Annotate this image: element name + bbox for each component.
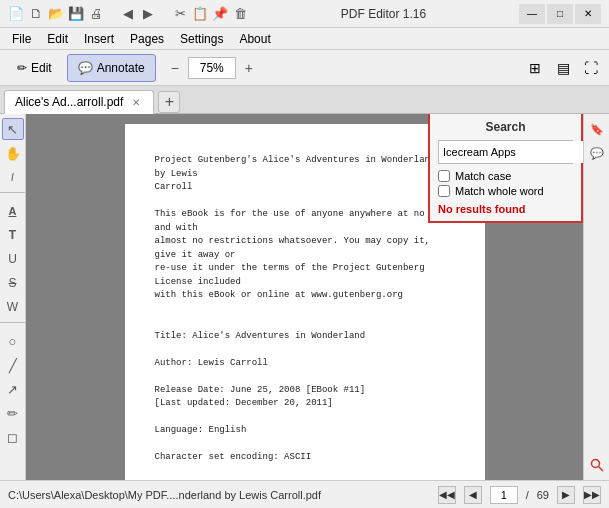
svg-line-3 [598,467,603,472]
app-title: PDF Editor 1.16 [248,7,519,21]
status-path: C:\Users\Alexa\Desktop\My PDF....nderlan… [8,489,430,501]
match-whole-word-option[interactable]: Match whole word [438,185,573,197]
menu-file[interactable]: File [4,28,39,50]
add-tab-button[interactable]: + [158,91,180,113]
search-input[interactable] [439,141,583,163]
svg-point-2 [591,460,599,468]
open-icon[interactable]: 📂 [48,6,64,22]
total-pages: 69 [537,489,549,501]
annotate-button[interactable]: 💬 Annotate [67,54,156,82]
panel-view-icon[interactable]: ▤ [551,56,575,80]
title-icons: 📄 🗋 📂 💾 🖨 ◀ ▶ ✂ 📋 📌 🗑 [8,6,248,22]
pdf-line [155,370,455,384]
arrow-tool[interactable]: ↗ [2,378,24,400]
menu-bar: File Edit Insert Pages Settings About [0,28,609,50]
match-whole-word-checkbox[interactable] [438,185,450,197]
fit-view-icon[interactable]: ⛶ [579,56,603,80]
strikethrough-tool[interactable]: S [2,272,24,294]
match-whole-word-label: Match whole word [455,185,544,197]
search-input-row: ✕ [438,140,573,164]
search-panel-title: Search [438,120,573,134]
match-case-label: Match case [455,170,511,182]
tab-bar: Alice's Ad...arroll.pdf ✕ + [0,86,609,114]
cursor-tool[interactable]: ↖ [2,118,24,140]
menu-pages[interactable]: Pages [122,28,172,50]
minimize-button[interactable]: — [519,4,545,24]
menu-edit[interactable]: Edit [39,28,76,50]
grid-view-icon[interactable]: ⊞ [523,56,547,80]
zoom-in-button[interactable]: + [238,57,260,79]
redo-icon[interactable]: ▶ [140,6,156,22]
main-area: ↖ ✋ I A T U S W ○ ╱ ↗ ✏ ◻ Project Gutenb… [0,114,609,480]
pdf-line [155,411,455,425]
tab-close-button[interactable]: ✕ [129,95,143,109]
text-select-tool[interactable]: I [2,166,24,188]
pdf-line: Character set encoding: ASCII [155,451,455,465]
pdf-tab[interactable]: Alice's Ad...arroll.pdf ✕ [4,90,154,114]
wave-tool[interactable]: W [2,296,24,318]
pdf-line: Project Gutenberg's Alice's Adventures i… [155,154,455,181]
undo-icon[interactable]: ◀ [120,6,136,22]
search-red-icon [590,458,604,472]
pdf-line: re-use it under the terms of the Project… [155,262,455,289]
app-icon: 📄 [8,6,24,22]
print-icon[interactable]: 🖨 [88,6,104,22]
new-icon[interactable]: 🗋 [28,6,44,22]
first-page-button[interactable]: ◀◀ [438,486,456,504]
menu-insert[interactable]: Insert [76,28,122,50]
annotate-icon: 💬 [78,61,93,75]
pdf-text: Project Gutenberg's Alice's Adventures i… [155,154,455,480]
zoom-out-button[interactable]: − [164,57,186,79]
window-controls: — □ ✕ [519,4,601,24]
comment-sidebar-icon[interactable]: 💬 [586,142,608,164]
pdf-line: Release Date: June 25, 2008 [EBook #11] [155,384,455,398]
right-sidebar: 🔖 💬 [583,114,609,480]
pdf-line [155,316,455,330]
pdf-line: This eBook is for the use of anyone anyw… [155,208,455,235]
maximize-button[interactable]: □ [547,4,573,24]
pdf-line: with this eBook or online at www.gutenbe… [155,289,455,303]
pencil-tool[interactable]: ✏ [2,402,24,424]
menu-settings[interactable]: Settings [172,28,231,50]
save-icon[interactable]: 💾 [68,6,84,22]
oval-tool[interactable]: ○ [2,330,24,352]
status-bar: C:\Users\Alexa\Desktop\My PDF....nderlan… [0,480,609,508]
page-separator: / [526,489,529,501]
pdf-line [155,438,455,452]
last-page-button[interactable]: ▶▶ [583,486,601,504]
next-page-button[interactable]: ▶ [557,486,575,504]
menu-about[interactable]: About [231,28,278,50]
title-bar: 📄 🗋 📂 💾 🖨 ◀ ▶ ✂ 📋 📌 🗑 PDF Editor 1.16 — … [0,0,609,28]
zoom-input[interactable] [188,57,236,79]
copy-icon[interactable]: 📋 [192,6,208,22]
no-results-text: No results found [438,203,573,215]
highlight-tool[interactable]: A [2,200,24,222]
pdf-line: Author: Lewis Carroll [155,357,455,371]
pdf-line: Carroll [155,181,455,195]
page-number-input[interactable] [490,486,518,504]
edit-button[interactable]: ✏ Edit [6,54,63,82]
close-button[interactable]: ✕ [575,4,601,24]
pdf-line: Title: Alice's Adventures in Wonderland [155,330,455,344]
type-tool-u[interactable]: U [2,248,24,270]
bookmark-sidebar-icon[interactable]: 🔖 [586,118,608,140]
delete-icon[interactable]: 🗑 [232,6,248,22]
cut-icon[interactable]: ✂ [172,6,188,22]
eraser-tool[interactable]: ◻ [2,426,24,448]
pdf-line [155,195,455,209]
pencil-small-icon: ✏ [17,61,27,75]
pdf-line: almost no restrictions whatsoever. You m… [155,235,455,262]
text-tool[interactable]: T [2,224,24,246]
pdf-line [155,478,455,480]
hand-tool[interactable]: ✋ [2,142,24,164]
line-tool[interactable]: ╱ [2,354,24,376]
pdf-line [155,303,455,317]
left-toolbar: ↖ ✋ I A T U S W ○ ╱ ↗ ✏ ◻ [0,114,26,480]
paste-icon[interactable]: 📌 [212,6,228,22]
toolbar: ✏ Edit 💬 Annotate − + ⊞ ▤ ⛶ [0,50,609,86]
match-case-checkbox[interactable] [438,170,450,182]
right-toolbar-icons: ⊞ ▤ ⛶ [523,56,603,80]
search-sidebar-icon[interactable] [586,454,608,476]
prev-page-button[interactable]: ◀ [464,486,482,504]
match-case-option[interactable]: Match case [438,170,573,182]
